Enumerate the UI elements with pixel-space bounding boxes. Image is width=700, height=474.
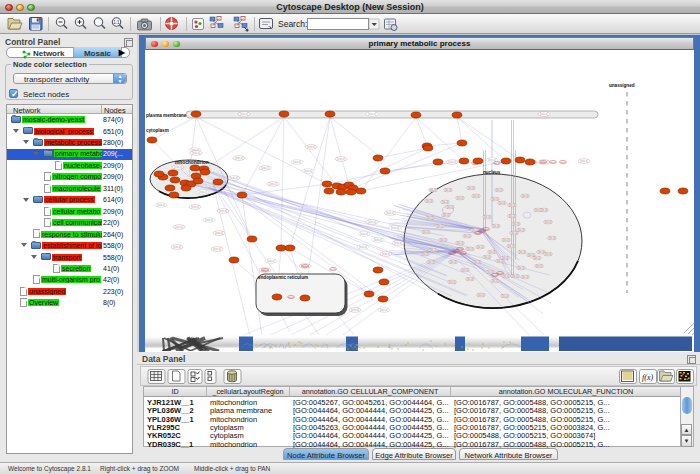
- svg-text:[xxx-x]: [xxx-x]: [213, 247, 221, 251]
- svg-text:[xx-x]: [xx-x]: [450, 260, 457, 264]
- svg-text:[xx-x]: [xx-x]: [496, 188, 503, 192]
- svg-text:[x-x]: [x-x]: [561, 161, 566, 164]
- svg-text:[xxx-x]: [xxx-x]: [359, 245, 367, 249]
- svg-text:[xx-x]: [xx-x]: [467, 247, 474, 251]
- svg-text:Search:: Search:: [278, 19, 307, 29]
- svg-text:[xxx-x]: [xxx-x]: [261, 166, 269, 170]
- svg-text:[x-x]: [x-x]: [289, 296, 294, 299]
- svg-text:[xx-x]: [xx-x]: [484, 255, 491, 259]
- svg-text:[xxx-x]: [xxx-x]: [215, 231, 223, 235]
- svg-text:[xxx-x]: [xxx-x]: [205, 218, 213, 222]
- svg-text:[xx-x]: [xx-x]: [541, 208, 548, 212]
- svg-text:[xxx-x]: [xxx-x]: [240, 112, 248, 116]
- svg-text:[xxx-x]: [xxx-x]: [380, 308, 388, 312]
- svg-text:[xx-x]: [xx-x]: [545, 220, 552, 224]
- svg-text:[xxx-x]: [xxx-x]: [374, 238, 382, 242]
- svg-text:[xx-x]: [xx-x]: [522, 194, 529, 198]
- svg-text:[x-x]: [x-x]: [495, 162, 500, 165]
- svg-text:[xxx-x]: [xxx-x]: [192, 151, 200, 155]
- svg-text:[xx-x]: [xx-x]: [508, 244, 515, 248]
- svg-text:[xx-x]: [xx-x]: [534, 256, 541, 260]
- svg-text:[xx-x]: [xx-x]: [474, 260, 481, 264]
- svg-text:mitochondrion: mitochondrion: [175, 160, 209, 165]
- svg-text:[xx-x]: [xx-x]: [518, 266, 525, 270]
- svg-text:[xx-x]: [xx-x]: [492, 197, 499, 201]
- svg-text:[xx-x]: [xx-x]: [443, 213, 450, 217]
- svg-text:[xxx-x]: [xxx-x]: [368, 220, 376, 224]
- svg-text:[xx-x]: [xx-x]: [462, 268, 469, 272]
- svg-text:[xxx-x]: [xxx-x]: [219, 209, 227, 213]
- svg-text:[xx-x]: [xx-x]: [440, 238, 447, 242]
- svg-text:[xx-x]: [xx-x]: [430, 248, 437, 252]
- svg-text:[xx-x]: [xx-x]: [457, 241, 464, 245]
- svg-text:[xx-x]: [xx-x]: [484, 215, 491, 219]
- svg-text:[x-x]: [x-x]: [493, 274, 498, 277]
- svg-text:[xx-x]: [xx-x]: [497, 259, 504, 263]
- svg-text:[xxx-x]: [xxx-x]: [337, 157, 345, 161]
- svg-text:[xx-x]: [xx-x]: [449, 280, 456, 284]
- svg-text:[xx-x]: [xx-x]: [545, 252, 552, 256]
- svg-text:[xxx-x]: [xxx-x]: [230, 176, 238, 180]
- svg-text:[xx-x]: [xx-x]: [464, 234, 471, 238]
- svg-text:[xx-x]: [xx-x]: [426, 199, 433, 203]
- svg-text:[x-x]: [x-x]: [263, 269, 268, 272]
- svg-text:[xx-x]: [xx-x]: [422, 252, 429, 256]
- svg-text:[xxx-x]: [xxx-x]: [267, 259, 275, 263]
- svg-text:[xxx-x]: [xxx-x]: [174, 165, 182, 169]
- svg-text:[xx-x]: [xx-x]: [457, 196, 464, 200]
- svg-text:[x-x]: [x-x]: [458, 248, 463, 251]
- svg-text:[xx-x]: [xx-x]: [536, 264, 543, 268]
- svg-text:[xxx-x]: [xxx-x]: [235, 156, 243, 160]
- svg-text:[xxx-x]: [xxx-x]: [540, 112, 548, 116]
- svg-text:[xx-x]: [xx-x]: [511, 231, 518, 235]
- svg-text:[xx-x]: [xx-x]: [513, 222, 520, 226]
- svg-text:[xx-x]: [xx-x]: [468, 186, 475, 190]
- svg-text:[xxx-x]: [xxx-x]: [360, 232, 368, 236]
- svg-text:[x-x]: [x-x]: [551, 161, 556, 164]
- svg-text:[xx-x]: [xx-x]: [509, 203, 516, 207]
- svg-text:[xx-x]: [xx-x]: [477, 245, 484, 249]
- svg-text:[xxx-x]: [xxx-x]: [307, 145, 315, 149]
- svg-text:plasma membrane: plasma membrane: [146, 113, 187, 118]
- svg-text:[x-x]: [x-x]: [461, 252, 466, 255]
- svg-text:cytoplasm: cytoplasm: [146, 128, 169, 133]
- svg-text:[xxx-x]: [xxx-x]: [157, 203, 165, 207]
- svg-text:[xxx-x]: [xxx-x]: [191, 205, 199, 209]
- svg-text:[xx-x]: [xx-x]: [512, 274, 519, 278]
- svg-text:[x-x]: [x-x]: [484, 228, 489, 231]
- svg-text:[xxx-x]: [xxx-x]: [394, 241, 402, 245]
- svg-text:[xxx-x]: [xxx-x]: [293, 160, 301, 164]
- svg-text:[xx-x]: [xx-x]: [445, 188, 452, 192]
- svg-text:[xx-x]: [xx-x]: [502, 294, 509, 298]
- svg-text:[xxx-x]: [xxx-x]: [304, 169, 312, 173]
- svg-text:[xx-x]: [xx-x]: [549, 236, 556, 240]
- svg-text:unassigned: unassigned: [609, 83, 635, 88]
- svg-text:[xxx-x]: [xxx-x]: [351, 308, 359, 312]
- svg-text:[xx-x]: [xx-x]: [518, 228, 525, 232]
- svg-text:[xx-x]: [xx-x]: [428, 260, 435, 264]
- svg-text:[xx-x]: [xx-x]: [503, 274, 510, 278]
- svg-text:nucleus: nucleus: [483, 170, 501, 175]
- svg-text:[x-x]: [x-x]: [450, 252, 455, 255]
- svg-text:1:1: 1:1: [113, 20, 120, 25]
- svg-text:[xxx-x]: [xxx-x]: [175, 225, 183, 229]
- svg-text:[xx-x]: [xx-x]: [467, 277, 474, 281]
- svg-text:[xx-x]: [xx-x]: [447, 205, 454, 209]
- svg-text:[xx-x]: [xx-x]: [509, 214, 516, 218]
- svg-text:[xx-x]: [xx-x]: [503, 238, 510, 242]
- svg-text:[xxx-x]: [xxx-x]: [580, 159, 588, 163]
- svg-text:[xx-x]: [xx-x]: [423, 230, 430, 234]
- svg-text:[xx-x]: [xx-x]: [430, 188, 437, 192]
- svg-text:[xxx-x]: [xxx-x]: [199, 190, 207, 194]
- svg-text:[xx-x]: [xx-x]: [442, 200, 449, 204]
- svg-text:[xx-x]: [xx-x]: [519, 250, 526, 254]
- svg-text:[x-x]: [x-x]: [303, 265, 308, 268]
- svg-text:[xxx-x]: [xxx-x]: [173, 245, 181, 249]
- svg-text:[xx-x]: [xx-x]: [478, 293, 485, 297]
- svg-text:[xxx-x]: [xxx-x]: [448, 160, 456, 164]
- svg-text:[x-x]: [x-x]: [541, 161, 546, 164]
- svg-text:[xxx-x]: [xxx-x]: [269, 182, 277, 186]
- svg-text:[x-x]: [x-x]: [331, 268, 336, 271]
- svg-text:[xx-x]: [xx-x]: [437, 224, 444, 228]
- svg-text:[xx-x]: [xx-x]: [492, 279, 499, 283]
